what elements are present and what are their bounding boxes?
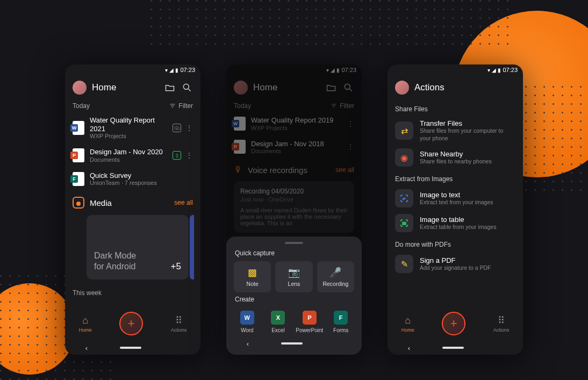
action-title: Share Nearby xyxy=(420,150,492,158)
note-icon: ▩ xyxy=(248,267,257,278)
filter-label: Filter xyxy=(340,102,354,110)
file-row[interactable]: P Design Jam - Nov 2018 Documents ⋮ xyxy=(230,135,358,159)
android-nav: ‹ xyxy=(65,341,200,355)
action-title: Image to text xyxy=(420,191,493,199)
nav-home-label: Home xyxy=(401,327,414,333)
battery-icon: ▮ xyxy=(498,67,500,73)
camera-icon: 📷 xyxy=(288,267,300,278)
wifi-icon: ▾ xyxy=(326,67,328,73)
capture-recording[interactable]: 🎤 Recording xyxy=(317,261,354,292)
file-name: Water Quality Report 2019 xyxy=(251,116,341,125)
wifi-icon: ▾ xyxy=(165,67,167,73)
capture-label: Recording xyxy=(322,281,348,287)
bottom-sheet: Quick capture ▩ Note 📷 Lens 🎤 Recording … xyxy=(226,236,362,355)
fab-add[interactable]: + xyxy=(119,312,143,335)
filter-button[interactable]: Filter xyxy=(169,102,193,110)
avatar[interactable] xyxy=(234,81,248,95)
capture-lens[interactable]: 📷 Lens xyxy=(275,261,312,292)
create-forms[interactable]: F Forms xyxy=(327,307,354,336)
filter-icon xyxy=(331,103,337,109)
avatar[interactable] xyxy=(73,81,87,95)
back-icon[interactable]: ‹ xyxy=(247,340,249,348)
app-header: Actions xyxy=(388,75,523,100)
svg-point-0 xyxy=(183,84,189,89)
nav-home[interactable]: ⌂ Home xyxy=(401,315,414,333)
search-icon[interactable] xyxy=(181,82,193,94)
android-nav: ‹ xyxy=(388,341,523,355)
sheet-handle[interactable] xyxy=(285,242,303,244)
avatar[interactable] xyxy=(395,81,409,95)
action-transfer-files[interactable]: ⇄ Transfer Files Share files from your c… xyxy=(388,116,523,145)
nav-actions-label: Actions xyxy=(493,327,510,333)
powerpoint-icon: P xyxy=(234,140,246,154)
more-icon[interactable]: ⋮ xyxy=(185,152,193,159)
svg-point-1 xyxy=(345,84,350,89)
media-card[interactable]: Dark Mode for Android +5 xyxy=(87,215,189,279)
word-icon: W xyxy=(234,117,246,131)
file-row[interactable]: W Water Quality Report 2021 WXP Projects… xyxy=(68,112,197,144)
app-label: Excel xyxy=(271,327,284,333)
file-name: Design Jam - Nov 2018 xyxy=(251,140,341,148)
back-icon[interactable]: ‹ xyxy=(408,344,410,352)
media-see-all[interactable]: see all xyxy=(174,199,193,206)
voice-card[interactable]: Recording 04/05/2020 Just now · OneDrive… xyxy=(234,181,354,233)
home-pill[interactable] xyxy=(120,347,141,349)
home-pill[interactable] xyxy=(281,342,303,345)
create-excel[interactable]: X Excel xyxy=(265,307,292,336)
bottom-nav: ⌂ Home + ⠿ Actions xyxy=(388,309,523,341)
more-icon[interactable]: ⋮ xyxy=(347,120,354,127)
mic-icon: 🎙 xyxy=(234,165,242,175)
nav-actions[interactable]: ⠿ Actions xyxy=(493,314,510,333)
powerpoint-icon: P xyxy=(303,311,317,325)
quick-capture-label: Quick capture xyxy=(235,249,354,257)
voice-card-title: Recording 04/05/2020 xyxy=(240,188,348,195)
file-subtitle: WXP Projects xyxy=(90,133,167,139)
file-subtitle: UnionTeam · 7 responses xyxy=(90,180,193,186)
capture-note[interactable]: ▩ Note xyxy=(234,261,271,292)
filter-label: Filter xyxy=(178,102,193,110)
action-subtitle: Share files from your computer to your p… xyxy=(420,127,515,142)
file-name: Quick Survey xyxy=(90,171,193,180)
more-icon[interactable]: ⋮ xyxy=(185,124,193,132)
cloud-download-icon[interactable] xyxy=(173,124,181,132)
screen-title: Actions xyxy=(414,82,515,93)
create-powerpoint[interactable]: P PowerPoint xyxy=(296,307,323,336)
action-sign-pdf[interactable]: ✎ Sign a PDF Add your signature to a PDF xyxy=(388,252,523,276)
home-pill[interactable] xyxy=(442,347,464,349)
signal-icon: ◢ xyxy=(492,67,496,73)
image-to-table-icon xyxy=(395,214,413,232)
voice-card-sub: Just now · OneDrive xyxy=(240,196,348,203)
file-row[interactable]: W Water Quality Report 2019 WXP Projects… xyxy=(230,112,358,135)
file-name: Design Jam - Nov 2020 xyxy=(90,148,167,156)
capture-label: Note xyxy=(247,281,259,287)
file-row[interactable]: F Quick Survey UnionTeam · 7 responses xyxy=(68,167,197,191)
actions-icon: ⠿ xyxy=(498,314,505,326)
action-image-to-table[interactable]: Image to table Extract table from your i… xyxy=(388,211,523,235)
action-subtitle: Extract text from your images xyxy=(420,199,493,206)
create-word[interactable]: W Word xyxy=(234,307,261,336)
more-icon[interactable]: ⋮ xyxy=(347,143,354,150)
phone-actions: ▾ ◢ ▮ 07:23 Actions Share Files ⇄ Transf… xyxy=(388,64,523,355)
media-peek xyxy=(190,215,194,279)
file-row[interactable]: P Design Jam - Nov 2020 Documents ▯ ⋮ xyxy=(68,144,197,167)
subheader-today: Today xyxy=(73,102,90,110)
word-icon: W xyxy=(73,121,84,135)
action-image-to-text[interactable]: Image to text Extract text from your ima… xyxy=(388,186,523,211)
search-icon[interactable] xyxy=(342,82,354,94)
folder-icon[interactable] xyxy=(325,82,337,94)
nav-actions[interactable]: ⠿ Actions xyxy=(171,314,187,333)
section-share-files: Share Files xyxy=(388,100,523,116)
voice-section-title: Voice recordings xyxy=(248,166,307,175)
phone-quick-capture: ▾ ◢ ▮ 07:23 Home Today Filter W xyxy=(226,64,362,355)
device-available-icon[interactable]: ▯ xyxy=(173,151,181,160)
voice-see-all[interactable]: see all xyxy=(335,166,354,174)
back-icon[interactable]: ‹ xyxy=(85,344,88,352)
action-title: Sign a PDF xyxy=(420,256,491,264)
screen-title: Home xyxy=(253,82,320,93)
folder-icon[interactable] xyxy=(164,82,176,94)
nav-home[interactable]: ⌂ Home xyxy=(79,315,92,333)
filter-button[interactable]: Filter xyxy=(331,102,354,110)
action-share-nearby[interactable]: ◉ Share Nearby Share files to nearby pho… xyxy=(388,145,523,170)
fab-add[interactable]: + xyxy=(442,312,465,335)
action-subtitle: Share files to nearby phones xyxy=(420,158,492,166)
